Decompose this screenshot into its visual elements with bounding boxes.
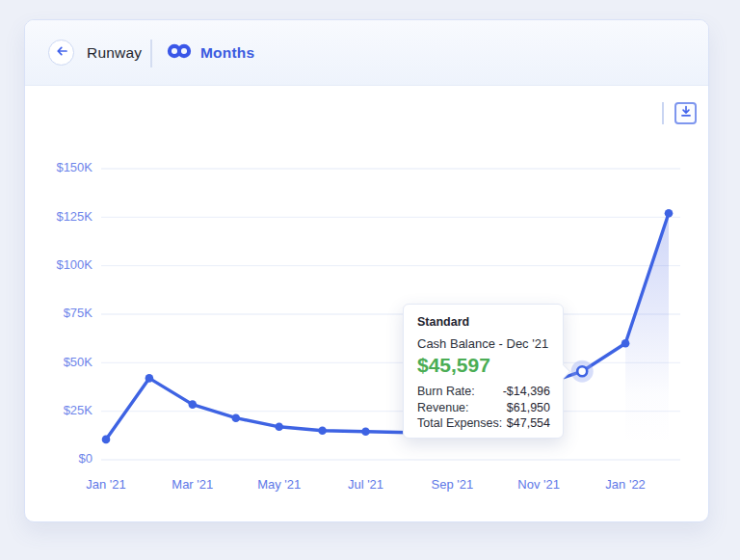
chart-tooltip: Standard Cash Balance - Dec '21 $45,597 … <box>403 304 564 439</box>
tooltip-row-value: $61,950 <box>507 400 550 416</box>
tooltip-plan-name: Standard <box>417 315 550 329</box>
download-icon <box>677 103 695 124</box>
card-header: Runway Months <box>25 20 708 86</box>
download-button[interactable] <box>674 102 697 124</box>
tooltip-row-value: -$14,396 <box>503 384 550 400</box>
header-divider <box>150 40 152 67</box>
tooltip-row-label: Total Expenses: <box>417 415 502 432</box>
back-button[interactable] <box>48 40 74 66</box>
infinity-icon <box>166 42 193 64</box>
runway-chart-card: Runway Months <box>24 19 709 522</box>
page-title: Runway <box>87 20 142 86</box>
tooltip-row-total-expenses: Total Expenses: $47,554 <box>417 415 550 432</box>
tooltip-metric-label: Cash Balance - Dec '21 <box>417 336 550 351</box>
left-arrow-icon <box>54 43 69 63</box>
toolbar-divider <box>662 102 664 124</box>
tooltip-row-label: Burn Rate: <box>417 384 475 400</box>
view-toggle-months[interactable]: Months <box>166 20 254 86</box>
page: Runway Months $0$25K$50K$75K$100K$125K$1… <box>0 0 740 560</box>
tooltip-row-burn-rate: Burn Rate: -$14,396 <box>417 384 550 400</box>
tooltip-row-value: $47,554 <box>507 415 550 432</box>
view-toggle-label: Months <box>200 44 254 62</box>
tooltip-row-label: Revenue: <box>417 400 469 416</box>
tooltip-primary-value: $45,597 <box>417 354 550 377</box>
tooltip-row-revenue: Revenue: $61,950 <box>417 400 550 416</box>
